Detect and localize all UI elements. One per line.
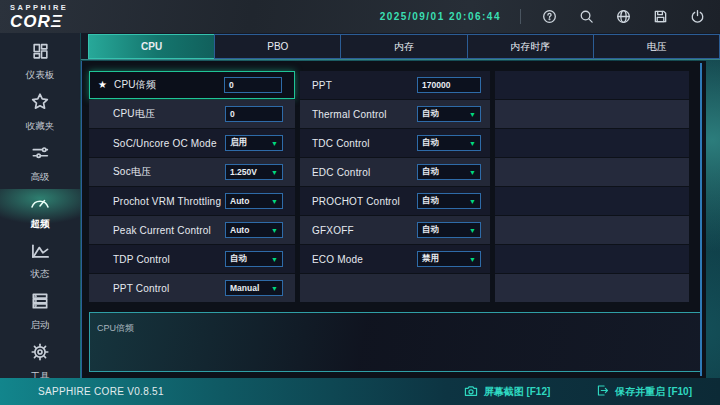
setting-cell-eco-mode[interactable]: ECO Mode 禁用▼	[300, 245, 490, 273]
setting-label: Soc电压	[113, 165, 151, 179]
setting-cell-prochot-vrm[interactable]: ★ Prochot VRM Throttling Auto▼	[89, 187, 295, 215]
setting-cell-soc-uncore-oc[interactable]: ★ SoC/Uncore OC Mode 启用▼	[89, 129, 295, 157]
settings-grid: ★ CPU倍频 0▼ PPT 170000▼ ★ CPU电压 0▼ Therma…	[89, 71, 689, 302]
ppt-input[interactable]: 170000▼	[417, 77, 481, 93]
sidebar-item-status[interactable]: 状态	[0, 236, 80, 286]
setting-cell-prochot-control[interactable]: PROCHOT Control 自动▼	[300, 187, 490, 215]
edc-control-dropdown[interactable]: 自动▼	[417, 164, 481, 180]
setting-label: PPT	[312, 80, 332, 91]
thermal-control-dropdown[interactable]: 自动▼	[417, 106, 481, 122]
sidebar-item-startup[interactable]: 启动	[0, 286, 80, 337]
gauge-icon	[29, 194, 51, 214]
setting-label: Prochot VRM Throttling	[113, 196, 221, 207]
setting-cell-peak-current[interactable]: ★ Peak Current Control Auto▼	[89, 216, 295, 244]
save-icon[interactable]	[652, 8, 669, 25]
dropdown-arrow-icon: ▼	[271, 285, 278, 292]
logo-text-core: CORΞ	[10, 13, 68, 30]
chart-icon	[30, 241, 51, 264]
save-restart-button-label: 保存并重启 [F10]	[615, 385, 692, 399]
dropdown-arrow-icon: ▼	[469, 111, 476, 118]
setting-cell-tdc-control[interactable]: TDC Control 自动▼	[300, 129, 490, 157]
setting-label: PPT Control	[113, 283, 169, 294]
setting-cell-soc-voltage[interactable]: ★ Soc电压 1.250V▼	[89, 158, 295, 186]
dropdown-arrow-icon: ▼	[271, 256, 278, 263]
globe-icon[interactable]	[615, 8, 632, 25]
cpu-voltage-input[interactable]: 0▼	[225, 106, 283, 122]
empty-cell	[495, 100, 689, 128]
tab-strip: CPU PBO 内存 内存时序 电压	[81, 33, 720, 60]
ppt-control-dropdown[interactable]: Manual▼	[225, 280, 283, 296]
footer-bar: SAPPHIRE CORE V0.8.51 屏幕截图 [F12] 保存并重启 […	[0, 378, 720, 405]
scrollbar[interactable]	[700, 63, 702, 376]
setting-cell-tdp-control[interactable]: ★ TDP Control 自动▼	[89, 245, 295, 273]
setting-cell-edc-control[interactable]: EDC Control 自动▼	[300, 158, 490, 186]
description-title: CPU倍频	[97, 323, 134, 333]
setting-label: CPU电压	[113, 107, 155, 121]
sapphire-core-logo: SAPPHIRE CORΞ	[10, 4, 68, 30]
sidebar-item-label: 超频	[31, 218, 50, 231]
screenshot-button[interactable]: 屏幕截图 [F12]	[464, 385, 551, 399]
setting-cell-thermal-control[interactable]: Thermal Control 自动▼	[300, 100, 490, 128]
tab-cpu[interactable]: CPU	[88, 34, 214, 59]
sidebar-item-overclock[interactable]: 超频	[0, 189, 80, 236]
empty-cell	[495, 158, 689, 186]
cpu-ratio-input[interactable]: 0▼	[224, 77, 282, 93]
gfxoff-dropdown[interactable]: 自动▼	[417, 222, 481, 238]
empty-cell	[495, 216, 689, 244]
setting-label: EDC Control	[312, 167, 370, 178]
soc-voltage-dropdown[interactable]: 1.250V▼	[225, 164, 283, 180]
setting-cell-ppt[interactable]: PPT 170000▼	[300, 71, 490, 99]
eco-mode-dropdown[interactable]: 禁用▼	[417, 251, 481, 267]
sidebar-item-dashboard[interactable]: 仪表板	[0, 37, 80, 87]
setting-label: TDC Control	[312, 138, 370, 149]
startup-list-icon	[30, 291, 50, 315]
dropdown-arrow-icon: ▼	[469, 256, 476, 263]
tdc-control-dropdown[interactable]: 自动▼	[417, 135, 481, 151]
setting-cell-cpu-ratio[interactable]: ★ CPU倍频 0▼	[89, 71, 295, 99]
divider	[520, 9, 521, 24]
peak-current-dropdown[interactable]: Auto▼	[225, 222, 283, 238]
empty-cell	[495, 71, 689, 99]
setting-cell-ppt-control[interactable]: ★ PPT Control Manual▼	[89, 274, 295, 302]
tab-memory[interactable]: 内存	[340, 34, 466, 59]
help-icon[interactable]	[541, 8, 558, 25]
tab-memory-timings[interactable]: 内存时序	[467, 34, 593, 59]
dropdown-arrow-icon: ▼	[271, 227, 278, 234]
top-bar-right: 2025/09/01 20:06:44	[380, 8, 706, 25]
tab-pbo[interactable]: PBO	[214, 34, 340, 59]
dropdown-arrow-icon: ▼	[469, 169, 476, 176]
setting-label: SoC/Uncore OC Mode	[113, 138, 217, 149]
favorite-star-icon[interactable]: ★	[98, 80, 107, 90]
power-icon[interactable]	[689, 8, 706, 25]
search-icon[interactable]	[578, 8, 595, 25]
setting-cell-gfxoff[interactable]: GFXOFF 自动▼	[300, 216, 490, 244]
restart-exit-icon	[596, 384, 609, 399]
save-restart-button[interactable]: 保存并重启 [F10]	[596, 384, 692, 399]
app-version: SAPPHIRE CORE V0.8.51	[38, 386, 164, 397]
sidebar-item-label: 状态	[31, 268, 50, 281]
sidebar-item-favorites[interactable]: 收藏夹	[0, 87, 80, 138]
dashboard-icon	[31, 42, 50, 65]
sidebar-item-advanced[interactable]: 高级	[0, 138, 80, 189]
prochot-control-dropdown[interactable]: 自动▼	[417, 193, 481, 209]
camera-icon	[464, 385, 478, 399]
soc-uncore-oc-dropdown[interactable]: 启用▼	[225, 135, 283, 151]
dropdown-arrow-icon: ▼	[271, 169, 278, 176]
prochot-vrm-dropdown[interactable]: Auto▼	[225, 193, 283, 209]
sidebar-item-label: 高级	[31, 171, 50, 184]
top-bar: SAPPHIRE CORΞ 2025/09/01 20:06:44	[0, 0, 720, 33]
sidebar: 仪表板 收藏夹 高级 超频 状态 启动 工具	[0, 33, 80, 378]
tdp-control-dropdown[interactable]: 自动▼	[225, 251, 283, 267]
setting-cell-cpu-voltage[interactable]: ★ CPU电压 0▼	[89, 100, 295, 128]
empty-cell	[495, 274, 689, 302]
dropdown-arrow-icon: ▼	[271, 140, 278, 147]
tab-voltage[interactable]: 电压	[593, 34, 720, 59]
setting-label: TDP Control	[113, 254, 170, 265]
screenshot-button-label: 屏幕截图 [F12]	[484, 385, 551, 399]
settings-panel: ★ CPU倍频 0▼ PPT 170000▼ ★ CPU电压 0▼ Therma…	[81, 61, 706, 378]
setting-label: PROCHOT Control	[312, 196, 400, 207]
clock-timestamp: 2025/09/01 20:06:44	[380, 11, 501, 22]
sidebar-item-label: 启动	[31, 319, 50, 332]
dropdown-arrow-icon: ▼	[469, 227, 476, 234]
setting-label: Thermal Control	[312, 109, 387, 120]
